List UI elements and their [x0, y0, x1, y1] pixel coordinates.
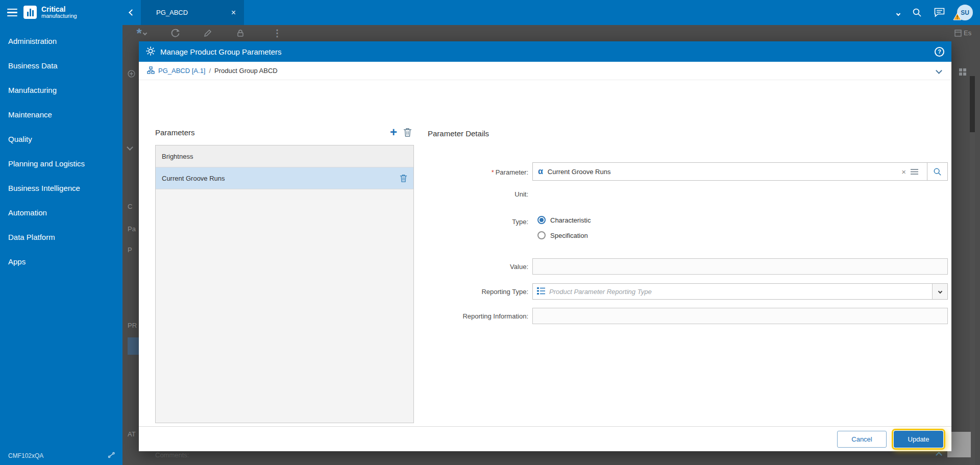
fragment-text: PR	[128, 322, 137, 329]
help-icon[interactable]: ?	[935, 47, 944, 57]
parameters-panel-title: Parameters	[155, 128, 195, 137]
breadcrumb-link[interactable]: PG_ABCD [A.1]	[158, 67, 205, 75]
tab-pg-abcd[interactable]: PG_ABCD ×	[141, 0, 244, 25]
parameter-options-icon[interactable]	[911, 168, 918, 175]
dialog-header: Manage Product Group Parameters ?	[139, 41, 951, 62]
more-kebab-icon: ⋮	[270, 26, 285, 40]
brand-line2: manufacturing	[41, 13, 77, 19]
breadcrumb-current: Product Group ABCD	[214, 67, 278, 75]
parameter-search-button[interactable]	[927, 163, 947, 180]
brand-text: Critical manufacturing	[41, 6, 77, 19]
tab-list-dropdown-icon[interactable]	[897, 8, 900, 17]
sidebar-item-data-platform[interactable]: Data Platform	[0, 225, 122, 249]
tab-close-icon[interactable]: ×	[230, 8, 237, 17]
sidebar-item-quality[interactable]: Quality	[0, 127, 122, 151]
messages-icon[interactable]	[934, 8, 945, 17]
comments-label: Comments:	[155, 451, 189, 459]
add-parameter-button[interactable]: +	[386, 125, 401, 139]
reporting-type-icon	[537, 287, 545, 296]
fragment-text: Pa	[128, 225, 136, 233]
parameter-details-title: Parameter Details	[428, 129, 489, 138]
clear-parameter-icon[interactable]: ×	[901, 167, 906, 176]
sidebar-item-planning-and-logistics[interactable]: Planning and Logistics	[0, 151, 122, 176]
sidebar-item-maintenance[interactable]: Maintenance	[0, 102, 122, 127]
sidebar: Administration Business Data Manufacturi…	[0, 25, 122, 465]
view-grid-icon	[959, 68, 967, 78]
reporting-type-dropdown-icon[interactable]	[932, 284, 947, 299]
page-scrollbar[interactable]	[970, 76, 975, 465]
critical-manufacturing-logo-icon	[23, 6, 37, 19]
avatar[interactable]: SU	[957, 5, 973, 20]
environment-icon[interactable]	[108, 452, 115, 460]
parameter-value: Current Groove Runs	[548, 168, 897, 176]
comments-collapse-icon[interactable]	[937, 451, 941, 459]
fragment-text: AT	[128, 430, 136, 438]
type-label: Type:	[406, 218, 528, 226]
tab-scroll-left-icon[interactable]	[122, 0, 141, 25]
panel-collapse-fragment-icon	[128, 143, 132, 151]
environment-label: CMF102xQA	[8, 452, 43, 459]
delete-parameter-button[interactable]	[401, 128, 414, 137]
update-button[interactable]: Update	[894, 431, 943, 448]
radio-specification[interactable]: Specification	[537, 231, 588, 239]
dialog-title: Manage Product Group Parameters	[160, 47, 282, 56]
breadcrumb-collapse-icon[interactable]	[937, 67, 943, 75]
reporting-information-input[interactable]	[532, 308, 948, 324]
value-label: Value:	[406, 263, 528, 271]
selected-row-fragment	[128, 337, 140, 355]
gear-icon	[146, 46, 155, 57]
page-scrollbar-thumb[interactable]	[970, 76, 975, 132]
entity-plus-icon	[128, 70, 135, 79]
top-bar: Critical manufacturing PG_ABCD × SU	[0, 0, 980, 25]
breadcrumb: PG_ABCD [A.1] / Product Group ABCD	[139, 62, 951, 80]
reporting-information-label: Reporting Information:	[406, 312, 528, 320]
parameters-list: Brightness Current Groove Runs	[155, 145, 414, 423]
radio-characteristic-control[interactable]	[537, 216, 546, 224]
list-item-brightness[interactable]: Brightness	[156, 145, 413, 167]
dialog-footer: Cancel Update	[139, 426, 951, 451]
reporting-type-placeholder: Product Parameter Reporting Type	[549, 288, 928, 296]
tab-label: PG_ABCD	[156, 9, 230, 16]
sidebar-item-apps[interactable]: Apps	[0, 249, 122, 274]
lock-icon	[233, 26, 248, 40]
menu-hamburger-icon[interactable]	[0, 0, 23, 25]
sidebar-item-administration[interactable]: Administration	[0, 29, 122, 53]
sidebar-item-business-data[interactable]: Business Data	[0, 53, 122, 78]
dialog-body: Parameters + Brightness Current Groove R…	[139, 80, 951, 451]
sidebar-item-automation[interactable]: Automation	[0, 200, 122, 225]
unit-label: Unit:	[406, 190, 528, 198]
manage-star-icon: *	[134, 26, 149, 40]
manage-product-group-parameters-dialog: Manage Product Group Parameters ? PG_ABC…	[139, 41, 951, 451]
required-mark: *	[492, 168, 494, 176]
sidebar-item-business-intelligence[interactable]: Business Intelligence	[0, 176, 122, 200]
cancel-button[interactable]: Cancel	[837, 431, 887, 448]
refresh-icon	[167, 26, 183, 40]
parameter-picker[interactable]: α Current Groove Runs ×	[532, 162, 948, 181]
avatar-initials: SU	[961, 9, 969, 16]
edit-pencil-icon	[200, 26, 215, 40]
fragment-text: P	[128, 246, 132, 254]
search-icon[interactable]	[912, 8, 922, 17]
sidebar-item-manufacturing[interactable]: Manufacturing	[0, 78, 122, 102]
radio-characteristic[interactable]: Characteristic	[537, 216, 591, 224]
reporting-type-select[interactable]: Product Parameter Reporting Type	[532, 283, 948, 300]
parameter-label: *Parameter:	[406, 168, 528, 176]
parameter-entity-icon: α	[538, 167, 543, 176]
breadcrumb-separator: /	[209, 67, 211, 75]
fragment-text: C	[128, 203, 132, 210]
product-group-icon	[147, 66, 155, 76]
radio-specification-control[interactable]	[537, 231, 546, 239]
reporting-type-label: Reporting Type:	[406, 288, 528, 296]
topbar-actions: SU	[897, 5, 980, 20]
logo: Critical manufacturing	[23, 6, 122, 19]
list-item-current-groove-runs[interactable]: Current Groove Runs	[156, 167, 413, 189]
warning-badge-icon	[953, 13, 962, 22]
brand-line1: Critical	[41, 6, 77, 13]
export-fragment: Es	[954, 29, 971, 37]
value-input[interactable]	[532, 258, 948, 275]
